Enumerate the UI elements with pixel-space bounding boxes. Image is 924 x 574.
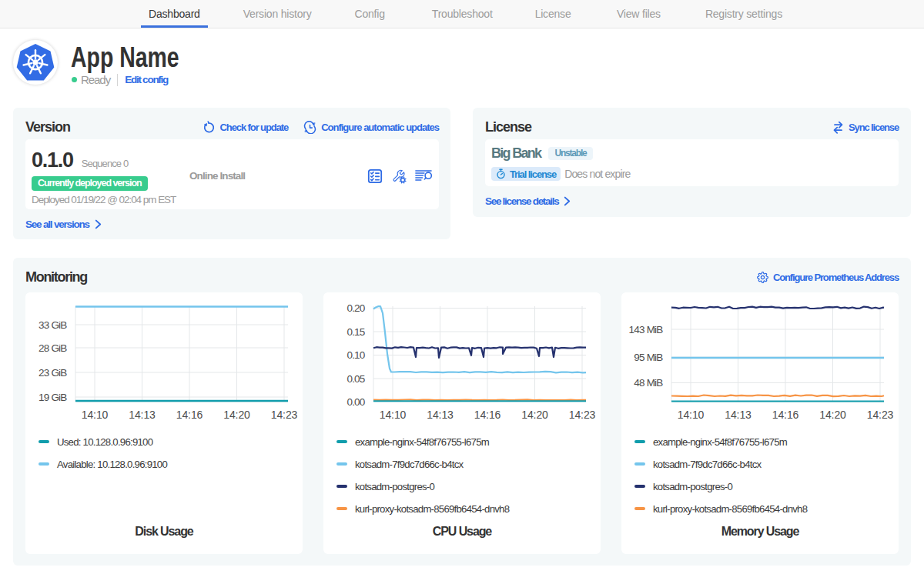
- svg-text:14:16: 14:16: [176, 409, 203, 421]
- svg-text:48 MiB: 48 MiB: [634, 377, 663, 389]
- svg-text:14:13: 14:13: [725, 409, 752, 421]
- svg-text:0.20: 0.20: [346, 302, 364, 314]
- svg-text:0.15: 0.15: [346, 326, 364, 338]
- svg-text:14:20: 14:20: [223, 409, 250, 421]
- svg-text:14:16: 14:16: [474, 409, 501, 421]
- svg-text:0.00: 0.00: [346, 396, 364, 408]
- svg-text:95 MiB: 95 MiB: [634, 352, 663, 363]
- svg-text:14:10: 14:10: [380, 409, 407, 421]
- svg-text:0.10: 0.10: [346, 349, 364, 361]
- svg-text:143 MiB: 143 MiB: [629, 324, 664, 335]
- svg-text:28 GiB: 28 GiB: [38, 342, 67, 354]
- svg-text:0.05: 0.05: [346, 373, 364, 385]
- svg-text:14:20: 14:20: [819, 409, 846, 421]
- svg-text:33 GiB: 33 GiB: [38, 319, 67, 331]
- svg-text:19 GiB: 19 GiB: [38, 392, 67, 403]
- svg-text:14:10: 14:10: [678, 409, 705, 421]
- svg-text:14:23: 14:23: [867, 409, 894, 421]
- svg-text:14:13: 14:13: [129, 409, 156, 421]
- svg-text:14:23: 14:23: [271, 409, 298, 421]
- svg-text:14:20: 14:20: [521, 409, 548, 421]
- svg-text:14:10: 14:10: [82, 409, 109, 421]
- svg-text:14:16: 14:16: [772, 409, 799, 421]
- svg-text:14:13: 14:13: [427, 409, 454, 421]
- svg-text:14:23: 14:23: [569, 409, 596, 421]
- svg-text:23 GiB: 23 GiB: [38, 367, 67, 379]
